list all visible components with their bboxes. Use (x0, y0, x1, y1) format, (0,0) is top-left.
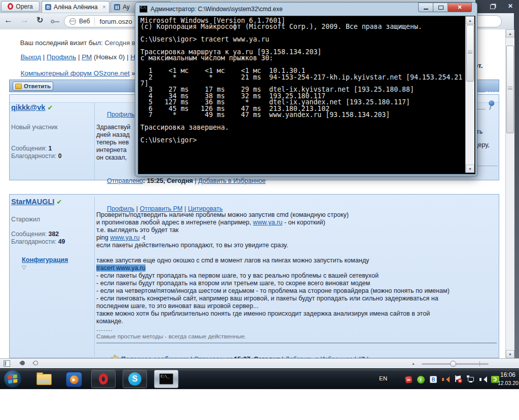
action-center-flag-icon[interactable]: ✕ (454, 375, 462, 384)
language-indicator[interactable]: EN (379, 375, 387, 381)
start-button[interactable] (4, 370, 21, 388)
clock-time: 16:06 (498, 371, 518, 378)
turbo-drop-outline-icon[interactable] (32, 360, 39, 366)
opera-menu-button[interactable]: Opera (1, 1, 40, 12)
post2-body-line: - если пакеты будут пропадать на первом … (96, 272, 498, 280)
console-scrollbar-up[interactable]: ▲ (466, 16, 474, 24)
post2-body: Проверить/подтвердить наличие проблемы м… (96, 211, 498, 325)
logout-link[interactable]: Выход (21, 53, 41, 61)
back-button[interactable]: ← (4, 15, 13, 25)
post2-body-line: если пакеты действительно пропадают, то … (96, 242, 498, 249)
address-badge[interactable]: Веб (79, 18, 90, 25)
thanks-label: Благодарности: (11, 238, 56, 245)
orange-speaker-tray-icon[interactable] (441, 375, 450, 384)
media-player-button[interactable]: ▶ (66, 372, 82, 387)
tab-vk-page[interactable]: В Алёна Алёнина × (42, 1, 109, 13)
vk-tray-icon[interactable]: B (429, 375, 437, 384)
volume-tray-icon[interactable] (479, 375, 487, 384)
desktop: Opera В Алёна Алёнина × Ау ✕ (0, 0, 519, 389)
cmd-minimize-button[interactable] (418, 3, 434, 12)
sent-link[interactable]: Отправлено (107, 177, 143, 184)
clock-date: 12.03.2013 (498, 380, 518, 386)
post2-body-line: - если пакеты будут пропадать на втором … (96, 280, 498, 287)
inline-link[interactable]: www.ya.ru (253, 219, 282, 226)
post1-body-line: интернета (96, 146, 130, 154)
forward-button[interactable]: → (20, 15, 29, 25)
verified-check-icon: ✔ (47, 104, 53, 111)
window-right-border (514, 0, 519, 368)
cmd-icon: C:\_ (159, 373, 173, 385)
messages-value: 1 (49, 145, 52, 152)
body-text: последнем шаге, то это виноват ваш игров… (96, 302, 258, 310)
cmd-titlebar[interactable]: C:\ Администратор: C:\Windows\system32\c… (135, 3, 476, 16)
body-text: - если пинговать конкретный сайт, наприм… (96, 295, 438, 302)
opera-taskbar-button[interactable] (91, 370, 116, 388)
post1-messages: Сообщения: 1 (11, 145, 52, 152)
post-profile-link[interactable]: Профиль (107, 111, 134, 118)
opera-logo-icon (8, 3, 13, 10)
console-scrollbar[interactable]: ▲ ▼ (465, 16, 474, 173)
pause-favicon-icon (114, 4, 120, 10)
cmd-close-button[interactable]: ✕ (448, 3, 472, 12)
favorite-link[interactable]: Добавить в Избранное (198, 177, 266, 184)
panel-toggle-icon[interactable] (4, 360, 10, 367)
separator: | (193, 177, 198, 184)
reload-button[interactable]: ↻ (36, 15, 43, 25)
cmd-window-title: Администратор: C:\Windows\system32\cmd.e… (151, 6, 283, 13)
pm-link[interactable]: РМ (82, 53, 92, 61)
info-tray-icon[interactable]: i (417, 375, 425, 384)
scrollbar-thumb[interactable] (506, 46, 514, 133)
post2-body-line: т.е. выглядеть это будет так (96, 226, 498, 234)
browser-scrollbar[interactable]: ▲ ▼ (505, 29, 514, 358)
console-scrollbar-thumb[interactable] (466, 25, 474, 82)
body-text: -t (139, 234, 145, 241)
reply-button[interactable]: Ответить (13, 82, 53, 91)
post2-thanks: Благодарности: 49 (11, 238, 65, 245)
post2-column-divider (94, 197, 95, 357)
skype-taskbar-button[interactable]: S (123, 370, 147, 388)
body-text: также можно хотя бы приблизительно понят… (96, 310, 430, 317)
verified-check-icon: ✔ (56, 198, 62, 206)
signature-dashes: ------- (96, 327, 113, 333)
scrollbar-down-arrow[interactable]: ▼ (506, 350, 514, 358)
breadcrumb-forum-link[interactable]: Компьютерный форум OSzone.net (21, 69, 130, 77)
username-link[interactable]: StarMAUGLI (11, 198, 54, 206)
browser-restore-button[interactable] (488, 3, 498, 10)
network-tray-icon[interactable] (467, 375, 475, 384)
config-link[interactable]: Конфигурация (22, 256, 68, 263)
clock[interactable]: 16:06 12.03.2013 (498, 371, 518, 386)
post2-user-title: Старожил (11, 216, 40, 223)
zoom-slider[interactable] (422, 359, 489, 369)
turbo-drop-icon[interactable] (19, 360, 26, 366)
folder-icon (36, 374, 52, 385)
explorer-button[interactable] (35, 373, 53, 386)
red-badge-tray-icon[interactable] (404, 375, 413, 384)
body-text: Проверить/подтвердить наличие проблемы м… (96, 211, 349, 218)
zoom-fit-icon[interactable]: ▲ (412, 362, 415, 365)
cmd-console[interactable]: Microsoft Windows [Version 6.1.7601] (c)… (138, 16, 475, 174)
cmd-taskbar-button[interactable]: C:\_ (154, 370, 178, 388)
opera-menu-label: Opera (16, 3, 32, 10)
username-link[interactable]: qikkk@vk (11, 103, 45, 111)
cmd-maximize-button[interactable] (433, 3, 449, 12)
tab-close-icon[interactable]: × (102, 4, 106, 11)
scrollbar-up-arrow[interactable]: ▲ (506, 29, 514, 37)
selected-text: tracert www.ya.ru (96, 264, 145, 272)
vk-favicon: В (45, 4, 51, 10)
inline-link[interactable]: www.ya.ru (110, 234, 139, 241)
post1-username[interactable]: qikkk@vk ✔ (11, 103, 53, 111)
body-text: команде. (96, 318, 123, 325)
post2-username[interactable]: StarMAUGLI ✔ (11, 198, 62, 206)
play-icon: ▶ (70, 375, 79, 384)
messages-label: Сообщения: (11, 145, 47, 152)
profile-link[interactable]: Профиль (47, 53, 76, 61)
console-scrollbar-down[interactable]: ▼ (466, 165, 474, 173)
address-url[interactable]: forum.oszo (99, 18, 132, 25)
wand-key-icon[interactable] (51, 20, 60, 24)
body-text: - если пакеты будут пропадать на втором … (96, 280, 370, 287)
zoom-slider-knob[interactable] (450, 361, 456, 367)
cmd-window[interactable]: C:\ Администратор: C:\Windows\system32\c… (135, 2, 477, 176)
body-text: т.е. выглядеть это будет так (96, 226, 178, 234)
post2-config-row[interactable]: Конфигурация ▽ (11, 249, 68, 278)
tab-title-fragment: Ау (123, 4, 130, 11)
